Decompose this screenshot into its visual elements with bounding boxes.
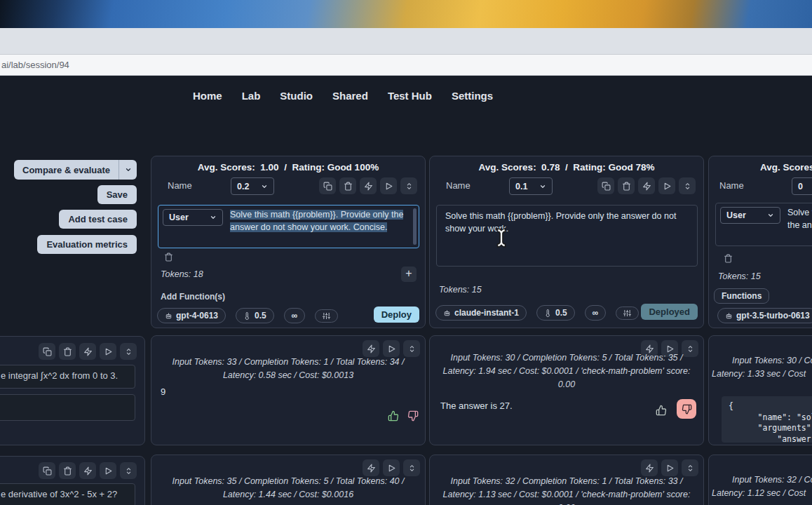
- prompt-message-box[interactable]: Solve this math {{problem}}. Provide onl…: [436, 205, 698, 267]
- run-single-button[interactable]: [638, 177, 655, 194]
- run-stats-line-2: Latency: 1.12 sec / Cost: [712, 488, 806, 498]
- thumbs-down-button[interactable]: [407, 410, 419, 422]
- temperature-pill[interactable]: 0.5: [536, 305, 575, 321]
- model-pill[interactable]: claude-instant-1: [435, 305, 527, 321]
- model-pill[interactable]: gpt-4-0613: [157, 308, 226, 323]
- version-select[interactable]: 0: [792, 177, 812, 195]
- scrollbar[interactable]: [413, 208, 417, 245]
- reorder-button[interactable]: [120, 343, 137, 360]
- add-test-case-label: Add test case: [68, 214, 128, 224]
- thumbs-up-button[interactable]: [656, 405, 667, 416]
- prompt-message-box[interactable]: User Solve t the an: [715, 203, 812, 246]
- thumbs-down-button-selected[interactable]: [677, 399, 696, 419]
- thermometer-icon: [243, 312, 251, 320]
- play-button[interactable]: [658, 177, 675, 194]
- thumb-down-icon: [682, 404, 692, 415]
- play-button[interactable]: [100, 343, 116, 360]
- card-actions: [39, 343, 137, 360]
- role-select[interactable]: User: [720, 207, 780, 224]
- run-single-button[interactable]: [641, 459, 658, 476]
- play-button[interactable]: [100, 462, 116, 479]
- add-test-case-button[interactable]: Add test case: [59, 210, 137, 229]
- play-button[interactable]: [383, 340, 400, 357]
- compare-evaluate-button[interactable]: Compare & evaluate: [14, 160, 137, 180]
- result-card-2-2: Input Tokens: 32 / Completion Tokens: 1 …: [429, 454, 704, 505]
- infinity-icon: ∞: [593, 308, 599, 318]
- unfold-icon: [686, 464, 695, 473]
- unfold-icon: [407, 344, 417, 354]
- nav-lab[interactable]: Lab: [242, 90, 261, 102]
- duplicate-button[interactable]: [597, 177, 614, 194]
- thumbs-up-button[interactable]: [388, 410, 399, 422]
- delete-button[interactable]: [59, 343, 76, 360]
- address-bar[interactable]: ai/lab/session/94: [0, 55, 812, 76]
- test-case-input-2[interactable]: [0, 394, 135, 421]
- duplicate-button[interactable]: [39, 343, 55, 360]
- run-single-button[interactable]: [363, 459, 379, 476]
- evaluation-metrics-label: Evaluation metrics: [46, 239, 128, 250]
- add-functions-link[interactable]: Add Function(s): [161, 292, 225, 302]
- max-tokens-pill[interactable]: ∞: [585, 305, 607, 321]
- prompt-message-box[interactable]: User Solve this math {{problem}}. Provid…: [158, 205, 419, 248]
- version-select[interactable]: 0.2: [231, 177, 274, 195]
- evaluation-metrics-button[interactable]: Evaluation metrics: [37, 235, 137, 254]
- run-single-button[interactable]: [79, 343, 96, 360]
- prompt-text[interactable]: Solve t the an: [787, 207, 812, 231]
- copy-icon: [323, 182, 332, 191]
- reorder-button[interactable]: [403, 340, 420, 357]
- nav-shared[interactable]: Shared: [332, 90, 368, 102]
- reorder-button[interactable]: [120, 462, 137, 479]
- version-select[interactable]: 0.1: [509, 177, 553, 195]
- nav-settings[interactable]: Settings: [452, 90, 493, 102]
- result-card-1-2: Input Tokens: 30 / Completion Tokens: 5 …: [429, 335, 704, 445]
- duplicate-button[interactable]: [39, 462, 55, 479]
- role-select[interactable]: User: [163, 209, 223, 226]
- name-field[interactable]: Name: [168, 180, 192, 191]
- model-pill[interactable]: gpt-3.5-turbo-0613: [717, 308, 812, 323]
- unfold-icon: [683, 182, 692, 191]
- delete-button[interactable]: [59, 462, 76, 479]
- zap-icon: [367, 344, 376, 354]
- play-button[interactable]: [380, 177, 397, 194]
- run-single-button[interactable]: [360, 177, 377, 194]
- duplicate-button[interactable]: [319, 177, 336, 194]
- temperature-pill[interactable]: 0.5: [236, 308, 274, 323]
- sliders-icon: [323, 312, 330, 320]
- functions-button[interactable]: Functions: [714, 288, 769, 304]
- delete-message-button[interactable]: [724, 253, 733, 266]
- add-message-button[interactable]: +: [401, 267, 417, 282]
- reorder-button[interactable]: [400, 177, 417, 194]
- card-actions: [597, 177, 696, 194]
- deployed-button[interactable]: Deployed: [641, 304, 698, 320]
- reorder-button[interactable]: [403, 459, 420, 476]
- nav-home[interactable]: Home: [193, 90, 222, 102]
- version-value: 0.2: [237, 182, 249, 191]
- reorder-button[interactable]: [679, 177, 696, 194]
- run-single-button[interactable]: [79, 462, 96, 479]
- model-settings: gpt-3.5-turbo-0613: [717, 308, 812, 323]
- reorder-button[interactable]: [682, 459, 698, 476]
- prompt-text[interactable]: Solve this math {{problem}}. Provide onl…: [445, 210, 687, 235]
- model-response: 9: [161, 386, 165, 397]
- delete-button[interactable]: [618, 177, 635, 194]
- compare-evaluate-caret[interactable]: [119, 160, 137, 180]
- params-pill[interactable]: [616, 307, 639, 320]
- max-tokens-pill[interactable]: ∞: [284, 308, 306, 323]
- nav-test-hub[interactable]: Test Hub: [388, 90, 432, 102]
- delete-button[interactable]: [339, 177, 356, 194]
- trash-icon: [622, 182, 631, 191]
- play-button[interactable]: [383, 459, 400, 476]
- prompt-text[interactable]: Solve this math {{problem}}. Provide onl…: [230, 209, 407, 234]
- name-field[interactable]: Name: [719, 180, 744, 191]
- params-pill[interactable]: [315, 309, 338, 323]
- name-field[interactable]: Name: [446, 180, 471, 191]
- deploy-button[interactable]: Deploy: [374, 307, 419, 323]
- nav-studio[interactable]: Studio: [280, 90, 313, 102]
- save-button[interactable]: Save: [97, 185, 137, 204]
- model-icon: [165, 312, 172, 320]
- delete-message-button[interactable]: [164, 252, 173, 264]
- model-icon: [443, 309, 451, 317]
- play-button[interactable]: [661, 459, 678, 476]
- run-single-button[interactable]: [363, 340, 379, 357]
- role-value: User: [726, 210, 746, 220]
